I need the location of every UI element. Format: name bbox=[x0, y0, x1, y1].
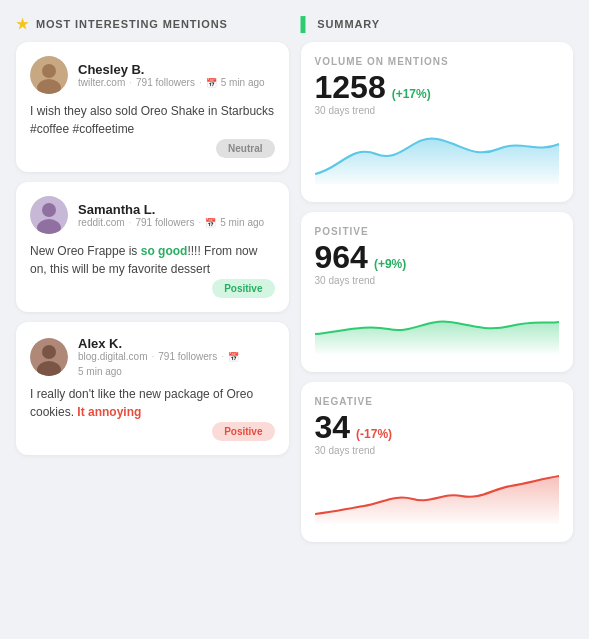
summary-value-volume: 1258 (+17%) bbox=[315, 71, 560, 103]
chart-positive bbox=[315, 294, 560, 354]
mention-followers-1: 791 followers bbox=[136, 77, 195, 88]
summary-change-negative: (-17%) bbox=[356, 427, 392, 441]
mention-meta-1: Chesley B. twilter.com · 791 followers ·… bbox=[30, 56, 275, 94]
bookmark-icon: ▌ bbox=[301, 16, 312, 32]
chart-volume bbox=[315, 124, 560, 184]
mention-text-1: I wish they also sold Oreo Shake in Star… bbox=[30, 102, 275, 138]
mention-source-1: twilter.com bbox=[78, 77, 125, 88]
summary-label-positive: POSITIVE bbox=[315, 226, 560, 237]
right-column: ▌ SUMMARY VOLUME ON MENTIONS 1258 (+17%)… bbox=[301, 16, 574, 552]
summary-number-positive: 964 bbox=[315, 241, 368, 273]
svg-point-1 bbox=[42, 64, 56, 78]
badge-positive-3: Positive bbox=[212, 422, 274, 441]
summary-trend-negative: 30 days trend bbox=[315, 445, 560, 456]
svg-point-7 bbox=[42, 345, 56, 359]
left-header-label: MOST INTERESTING MENTIONS bbox=[36, 18, 228, 30]
calendar-icon-3: 📅 bbox=[228, 352, 239, 362]
summary-trend-positive: 30 days trend bbox=[315, 275, 560, 286]
summary-label-volume: VOLUME ON MENTIONS bbox=[315, 56, 560, 67]
summary-number-volume: 1258 bbox=[315, 71, 386, 103]
summary-label-negative: NEGATIVE bbox=[315, 396, 560, 407]
star-icon: ★ bbox=[16, 16, 30, 32]
mention-info-3: Alex K. blog.digital.com · 791 followers… bbox=[78, 336, 275, 377]
mention-info-2: Samantha L. reddit.com · 791 followers ·… bbox=[78, 202, 264, 228]
mention-meta-2: Samantha L. reddit.com · 791 followers ·… bbox=[30, 196, 275, 234]
calendar-icon-2: 📅 bbox=[205, 218, 216, 228]
badge-neutral-1: Neutral bbox=[216, 139, 274, 158]
mention-sub-3: blog.digital.com · 791 followers · 📅 5 m… bbox=[78, 351, 275, 377]
mention-time-3: 5 min ago bbox=[78, 366, 122, 377]
calendar-icon-1: 📅 bbox=[206, 78, 217, 88]
mention-time-1: 5 min ago bbox=[221, 77, 265, 88]
badge-positive-2: Positive bbox=[212, 279, 274, 298]
highlight-annoying: It annoying bbox=[77, 405, 141, 419]
avatar-3 bbox=[30, 338, 68, 376]
summary-card-positive: POSITIVE 964 (+9%) 30 days trend bbox=[301, 212, 574, 372]
mention-sub-2: reddit.com · 791 followers · 📅 5 min ago bbox=[78, 217, 264, 228]
mention-card-1: Chesley B. twilter.com · 791 followers ·… bbox=[16, 42, 289, 172]
main-grid: ★ MOST INTERESTING MENTIONS Chesley B. t… bbox=[16, 16, 573, 552]
summary-card-volume: VOLUME ON MENTIONS 1258 (+17%) 30 days t… bbox=[301, 42, 574, 202]
summary-value-positive: 964 (+9%) bbox=[315, 241, 560, 273]
mention-source-2: reddit.com bbox=[78, 217, 125, 228]
left-column: ★ MOST INTERESTING MENTIONS Chesley B. t… bbox=[16, 16, 289, 552]
mention-followers-2: 791 followers bbox=[135, 217, 194, 228]
summary-trend-volume: 30 days trend bbox=[315, 105, 560, 116]
summary-card-negative: NEGATIVE 34 (-17%) 30 days trend bbox=[301, 382, 574, 542]
chart-negative bbox=[315, 464, 560, 524]
mention-info-1: Chesley B. twilter.com · 791 followers ·… bbox=[78, 62, 265, 88]
summary-change-positive: (+9%) bbox=[374, 257, 406, 271]
summary-number-negative: 34 bbox=[315, 411, 351, 443]
mention-text-2: New Oreo Frappe is so good!!!! From now … bbox=[30, 242, 275, 278]
mention-name-2: Samantha L. bbox=[78, 202, 264, 217]
avatar-1 bbox=[30, 56, 68, 94]
mention-card-3: Alex K. blog.digital.com · 791 followers… bbox=[16, 322, 289, 455]
mention-followers-3: 791 followers bbox=[158, 351, 217, 362]
summary-change-volume: (+17%) bbox=[392, 87, 431, 101]
mention-time-2: 5 min ago bbox=[220, 217, 264, 228]
right-header-label: SUMMARY bbox=[317, 18, 380, 30]
svg-point-4 bbox=[42, 203, 56, 217]
mention-name-1: Chesley B. bbox=[78, 62, 265, 77]
mention-text-3: I really don't like the new package of O… bbox=[30, 385, 275, 421]
mention-sub-1: twilter.com · 791 followers · 📅 5 min ag… bbox=[78, 77, 265, 88]
mention-meta-3: Alex K. blog.digital.com · 791 followers… bbox=[30, 336, 275, 377]
mention-source-3: blog.digital.com bbox=[78, 351, 147, 362]
mention-card-2: Samantha L. reddit.com · 791 followers ·… bbox=[16, 182, 289, 312]
avatar-2 bbox=[30, 196, 68, 234]
highlight-good: so good bbox=[141, 244, 188, 258]
left-section-header: ★ MOST INTERESTING MENTIONS bbox=[16, 16, 289, 42]
right-section-header: ▌ SUMMARY bbox=[301, 16, 574, 42]
mention-name-3: Alex K. bbox=[78, 336, 275, 351]
summary-value-negative: 34 (-17%) bbox=[315, 411, 560, 443]
